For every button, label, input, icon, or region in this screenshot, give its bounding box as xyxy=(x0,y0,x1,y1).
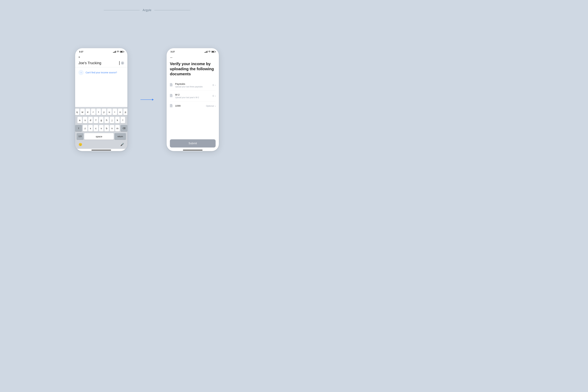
w2-name: W-2 xyxy=(175,93,213,96)
phone2-status-icons xyxy=(204,51,215,53)
key-l[interactable]: l xyxy=(120,117,125,123)
phone2-battery-icon xyxy=(211,51,215,52)
key-g[interactable]: g xyxy=(99,117,104,123)
key-y[interactable]: y xyxy=(102,108,106,115)
phone2-wifi-icon xyxy=(208,51,210,53)
key-f[interactable]: f xyxy=(94,117,98,123)
keyboard-bottom-row: 🙂 🎤 xyxy=(76,141,127,148)
arrow-line xyxy=(140,100,154,100)
key-c[interactable]: c xyxy=(94,125,98,132)
phone1-battery-icon xyxy=(120,51,124,52)
return-key[interactable]: return xyxy=(114,133,126,140)
1099-name: 1099 xyxy=(175,104,206,107)
paystubs-count: 0 xyxy=(213,84,214,86)
content-area: 3:27 xyxy=(75,48,219,151)
submit-button[interactable]: Submit xyxy=(170,139,216,148)
cant-find-label: Can't find your income source? xyxy=(86,71,117,74)
paystubs-desc: Upload your last three paystubs xyxy=(175,86,213,88)
phone1-status-bar: 3:27 xyxy=(75,48,128,54)
home-indicator xyxy=(92,150,111,150)
phone2-content: ← Verify your income by uploading the fo… xyxy=(166,54,219,151)
shift-key[interactable]: ⇧ xyxy=(75,125,82,132)
key-i[interactable]: i xyxy=(112,108,117,115)
phone1-content: × Joe's Trucking ✕ → Can't find your inc… xyxy=(75,54,128,151)
cant-find-icon: → xyxy=(78,70,84,75)
paystubs-name: Paystubs xyxy=(175,82,213,85)
document-list: Paystubs Upload your last three paystubs… xyxy=(166,80,219,110)
doc-item-paystubs[interactable]: Paystubs Upload your last three paystubs… xyxy=(170,80,216,91)
key-s[interactable]: s xyxy=(83,117,88,123)
key-p[interactable]: p xyxy=(123,108,128,115)
keyboard-row-3-letters: z x c v b n m xyxy=(83,125,120,132)
key-o[interactable]: o xyxy=(118,108,122,115)
argyle-title: Argyle xyxy=(142,8,152,12)
phone2-home-indicator xyxy=(183,150,202,150)
w2-right: 0 › xyxy=(213,94,216,97)
doc-item-w2[interactable]: W-2 Upload your last year's W-2 0 › xyxy=(170,91,216,102)
spacer xyxy=(75,78,128,107)
phone2-frame: 3:27 xyxy=(166,48,219,151)
back-button[interactable]: ← xyxy=(166,54,219,60)
phone1-time: 3:27 xyxy=(79,50,83,53)
argyle-header: Argyle xyxy=(104,8,190,12)
keyboard: q w e r t y u i o p a s d f g xyxy=(75,107,128,149)
key-x[interactable]: x xyxy=(88,125,93,132)
1099-optional-label: Optional xyxy=(206,105,214,107)
phone2-time: 3:27 xyxy=(170,50,175,53)
key-a[interactable]: a xyxy=(78,117,82,123)
phone1-frame: 3:27 xyxy=(75,48,128,151)
phone1-status-icons xyxy=(113,51,124,53)
key-u[interactable]: u xyxy=(107,108,112,115)
close-button[interactable]: × xyxy=(75,54,128,60)
w2-desc: Upload your last year's W-2 xyxy=(175,96,213,99)
search-input[interactable]: Joe's Trucking xyxy=(78,61,118,65)
arrow-connector xyxy=(140,100,154,100)
cant-find-row[interactable]: → Can't find your income source? xyxy=(75,67,128,78)
search-bar: Joe's Trucking ✕ xyxy=(75,60,128,67)
key-v[interactable]: v xyxy=(99,125,104,132)
1099-info: 1099 xyxy=(175,104,206,108)
paystubs-info: Paystubs Upload your last three paystubs xyxy=(175,82,213,88)
paystubs-file-icon xyxy=(170,83,173,87)
key-z[interactable]: z xyxy=(83,125,88,132)
1099-chevron: › xyxy=(215,105,216,107)
key-e[interactable]: e xyxy=(86,108,90,115)
w2-count: 0 xyxy=(213,94,214,97)
phone2-status-bar: 3:27 xyxy=(166,48,219,54)
key-j[interactable]: j xyxy=(110,117,114,123)
w2-info: W-2 Upload your last year's W-2 xyxy=(175,93,213,99)
keyboard-row-4: 123 space return xyxy=(76,133,127,140)
paystubs-right: 0 › xyxy=(213,84,216,86)
emoji-key[interactable]: 🙂 xyxy=(78,141,83,148)
verify-title: Verify your income by uploading the foll… xyxy=(166,60,219,80)
submit-area: Submit xyxy=(166,137,219,149)
phone1-signal-icon xyxy=(113,51,116,53)
text-cursor xyxy=(119,61,120,65)
key-k[interactable]: k xyxy=(115,117,120,123)
key-h[interactable]: h xyxy=(104,117,109,123)
numbers-key[interactable]: 123 xyxy=(76,133,84,140)
clear-button[interactable]: ✕ xyxy=(121,62,124,65)
key-w[interactable]: w xyxy=(80,108,85,115)
w2-file-icon xyxy=(170,94,173,98)
phone1-wifi-icon xyxy=(117,51,119,53)
w2-chevron: › xyxy=(215,94,216,97)
paystubs-chevron: › xyxy=(215,84,216,86)
delete-key[interactable]: ⌫ xyxy=(120,125,128,132)
key-n[interactable]: n xyxy=(110,125,114,132)
keyboard-row-3: ⇧ z x c v b n m ⌫ xyxy=(76,125,127,132)
space-key[interactable]: space xyxy=(84,133,114,140)
1099-file-icon xyxy=(170,104,173,108)
key-t[interactable]: t xyxy=(96,108,101,115)
spacer2 xyxy=(166,110,219,137)
key-q[interactable]: q xyxy=(75,108,80,115)
key-r[interactable]: r xyxy=(91,108,96,115)
key-b[interactable]: b xyxy=(104,125,109,132)
key-m[interactable]: m xyxy=(115,125,120,132)
doc-item-1099[interactable]: 1099 Optional › xyxy=(170,102,216,110)
key-d[interactable]: d xyxy=(88,117,93,123)
1099-right: Optional › xyxy=(206,105,216,107)
keyboard-row-2: a s d f g h j k l xyxy=(76,117,127,123)
mic-key[interactable]: 🎤 xyxy=(119,141,125,148)
keyboard-row-1: q w e r t y u i o p xyxy=(76,108,127,115)
